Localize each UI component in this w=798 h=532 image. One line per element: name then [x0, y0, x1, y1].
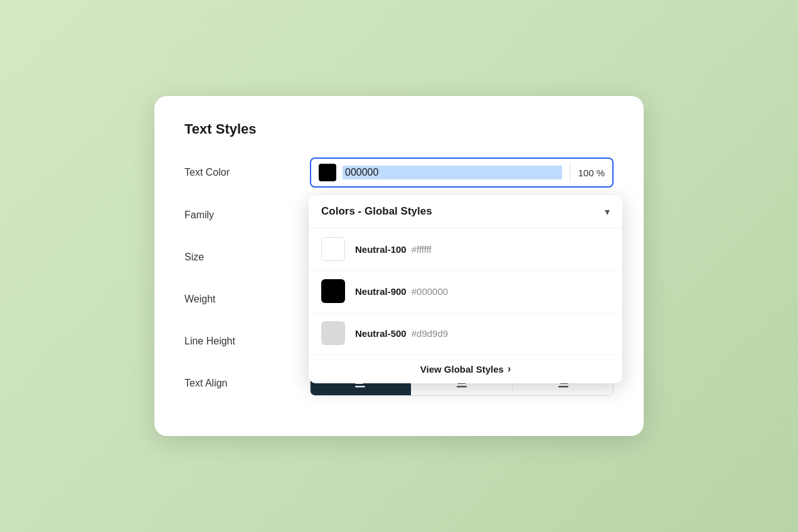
color-dropdown: Colors - Global Styles ▾ Neutral-100 #ff…: [309, 195, 622, 383]
dropdown-header-title: Colors - Global Styles: [321, 205, 432, 218]
text-align-label: Text Align: [184, 378, 310, 389]
color-hex-neutral-500: #d9d9d9: [412, 328, 448, 339]
opacity-value: 100 %: [578, 168, 605, 178]
view-global-styles-label: View Global Styles: [420, 364, 504, 375]
color-swatch: [319, 164, 336, 181]
svg-rect-8: [558, 386, 568, 388]
color-option-neutral-100[interactable]: Neutral-100 #ffffff: [309, 228, 622, 270]
color-divider: [570, 164, 570, 181]
color-hex-neutral-900: #000000: [412, 286, 448, 297]
color-option-neutral-900[interactable]: Neutral-900 #000000: [309, 270, 622, 312]
text-color-row: Text Color 100 % Colors - Global Styles …: [184, 157, 614, 188]
color-input-wrapper[interactable]: 100 %: [310, 157, 614, 188]
color-swatch-neutral-900: [321, 279, 345, 303]
svg-rect-2: [355, 386, 365, 388]
color-name-neutral-900: Neutral-900: [355, 286, 407, 297]
color-hex-input[interactable]: [343, 166, 562, 179]
color-option-neutral-500[interactable]: Neutral-500 #d9d9d9: [309, 312, 622, 354]
color-swatch-neutral-500: [321, 321, 345, 345]
svg-rect-5: [457, 386, 467, 388]
dropdown-header: Colors - Global Styles ▾: [309, 195, 622, 228]
text-color-control: 100 %: [310, 157, 614, 188]
weight-label: Weight: [184, 294, 310, 305]
view-global-styles-arrow: ›: [508, 363, 511, 375]
color-hex-neutral-100: #ffffff: [412, 244, 432, 255]
dropdown-chevron-icon[interactable]: ▾: [605, 206, 610, 218]
color-swatch-neutral-100: [321, 237, 345, 261]
text-styles-panel: Text Styles Text Color 100 % Colors - Gl…: [154, 96, 644, 436]
line-height-label: Line Height: [184, 336, 310, 347]
panel-title: Text Styles: [184, 121, 614, 137]
family-label: Family: [184, 210, 310, 221]
text-color-label: Text Color: [184, 167, 310, 178]
color-name-neutral-100: Neutral-100: [355, 244, 407, 255]
color-name-neutral-500: Neutral-500: [355, 328, 407, 339]
size-label: Size: [184, 252, 310, 263]
view-global-styles-link[interactable]: View Global Styles ›: [309, 354, 622, 383]
